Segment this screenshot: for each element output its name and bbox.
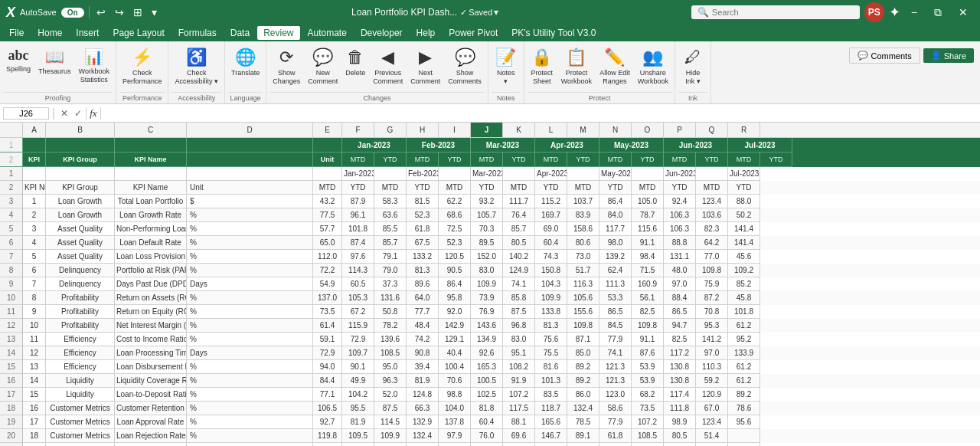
cell-2-6[interactable]: MTD <box>374 181 407 195</box>
cell-12-10[interactable]: 96.8 <box>503 319 535 333</box>
cell-7-1[interactable]: Asset Quality <box>46 250 115 264</box>
cell-20-8[interactable]: 97.9 <box>439 429 471 443</box>
cell-1-17[interactable]: Jul-2023 <box>728 167 760 181</box>
cell-9-0[interactable]: 7 <box>23 277 46 291</box>
cell-17-7[interactable]: 124.8 <box>407 388 439 402</box>
cell-1-4[interactable] <box>313 167 342 181</box>
cell-19-16[interactable]: 123.4 <box>696 415 728 429</box>
cell-20-11[interactable]: 146.7 <box>535 429 567 443</box>
cell-1-10[interactable] <box>503 167 535 181</box>
cell-13-2[interactable]: Cost to Income Ratio <box>115 333 187 346</box>
cell-12-6[interactable]: 78.2 <box>374 319 407 333</box>
cell-2c[interactable]: KPI Name <box>115 152 187 167</box>
cell-5-14[interactable]: 115.6 <box>632 222 664 236</box>
cell-16-9[interactable]: 100.5 <box>471 374 503 388</box>
cell-3-2[interactable]: Total Loan Portfolio <box>115 195 187 208</box>
menu-developer[interactable]: Developer <box>354 26 409 40</box>
col-header-h[interactable]: H <box>407 123 439 137</box>
cell-18-16[interactable]: 67.0 <box>696 402 728 415</box>
cell-17-14[interactable]: 68.2 <box>632 388 664 402</box>
cell-10-0[interactable]: 8 <box>23 291 46 305</box>
cell-9-15[interactable]: 97.0 <box>664 277 696 291</box>
cell-4-3[interactable]: % <box>187 208 313 222</box>
cell-1-13[interactable]: May-2023 <box>599 167 632 181</box>
cell-7-5[interactable]: 97.6 <box>342 250 374 264</box>
unshare-workbook-button[interactable]: 👥 UnshareWorkbook <box>635 44 671 87</box>
cell-18-1[interactable]: Customer Metrics <box>46 402 115 415</box>
cell-7-3[interactable]: % <box>187 250 313 264</box>
cell-20-9[interactable]: 76.0 <box>471 429 503 443</box>
cell-2j[interactable]: MTD <box>471 152 503 167</box>
cell-8-8[interactable]: 90.5 <box>439 264 471 277</box>
minimize-button[interactable]: − <box>905 5 923 20</box>
cell-14-16[interactable]: 97.0 <box>696 346 728 360</box>
cell-12-5[interactable]: 115.9 <box>342 319 374 333</box>
cell-21-13[interactable] <box>599 443 632 446</box>
cell-2-17[interactable]: YTD <box>728 181 760 195</box>
cell-6-3[interactable]: % <box>187 236 313 250</box>
cell-20-5[interactable]: 109.5 <box>342 429 374 443</box>
cell-17-8[interactable]: 98.8 <box>439 388 471 402</box>
cell-15-10[interactable]: 108.2 <box>503 360 535 374</box>
cell-9-12[interactable]: 116.3 <box>567 277 599 291</box>
col-header-o[interactable]: O <box>632 123 664 137</box>
cell-10-12[interactable]: 105.6 <box>567 291 599 305</box>
cell-11-9[interactable]: 76.9 <box>471 305 503 319</box>
cell-11-3[interactable]: % <box>187 305 313 319</box>
cell-2-2[interactable]: KPI Name <box>115 181 187 195</box>
cell-17-2[interactable]: Loan-to-Deposit Ratio (LDR) <box>115 388 187 402</box>
cell-15-4[interactable]: 94.0 <box>313 360 342 374</box>
check-performance-button[interactable]: ⚡ CheckPerformance <box>119 44 165 87</box>
cell-20-13[interactable]: 61.8 <box>599 429 632 443</box>
cell-4-4[interactable]: 77.5 <box>313 208 342 222</box>
delete-comment-button[interactable]: 🗑 Delete <box>342 44 368 78</box>
cell-21-14[interactable] <box>632 443 664 446</box>
cell-8-9[interactable]: 83.0 <box>471 264 503 277</box>
cell-18-7[interactable]: 66.3 <box>407 402 439 415</box>
cell-1-5[interactable]: Jan-2023 <box>342 167 374 181</box>
cell-5-12[interactable]: 158.6 <box>567 222 599 236</box>
col-header-p[interactable]: P <box>664 123 696 137</box>
cell-17-5[interactable]: 104.2 <box>342 388 374 402</box>
menu-help[interactable]: Help <box>410 26 442 40</box>
cell-5-1[interactable]: Asset Quality <box>46 222 115 236</box>
cell-6-15[interactable]: 88.8 <box>664 236 696 250</box>
cell-13-0[interactable]: 11 <box>23 333 46 346</box>
cell-7-0[interactable]: 5 <box>23 250 46 264</box>
cell-1-1[interactable] <box>46 167 115 181</box>
cell-11-1[interactable]: Profitability <box>46 305 115 319</box>
col-header-i[interactable]: I <box>439 123 471 137</box>
cell-17-17[interactable]: 89.2 <box>728 388 760 402</box>
cell-15-12[interactable]: 89.2 <box>567 360 599 374</box>
cell-11-17[interactable]: 101.8 <box>728 305 760 319</box>
cell-4-6[interactable]: 63.6 <box>374 208 407 222</box>
cell-19-9[interactable]: 60.4 <box>471 415 503 429</box>
cell-8-6[interactable]: 79.0 <box>374 264 407 277</box>
cell-16-5[interactable]: 49.9 <box>342 374 374 388</box>
cell-19-14[interactable]: 107.2 <box>632 415 664 429</box>
cell-5-10[interactable]: 85.7 <box>503 222 535 236</box>
cell-11-10[interactable]: 87.5 <box>503 305 535 319</box>
cell-8-12[interactable]: 51.7 <box>567 264 599 277</box>
cell-15-1[interactable]: Efficiency <box>46 360 115 374</box>
undo-button[interactable]: ↩ <box>94 5 108 20</box>
cell-17-6[interactable]: 52.0 <box>374 388 407 402</box>
cell-13-13[interactable]: 77.9 <box>599 333 632 346</box>
redo-button[interactable]: ↪ <box>113 5 126 20</box>
cell-12-16[interactable]: 95.3 <box>696 319 728 333</box>
cell-20-3[interactable]: % <box>187 429 313 443</box>
cell-8-16[interactable]: 109.8 <box>696 264 728 277</box>
cell-5-0[interactable]: 3 <box>23 222 46 236</box>
cell-11-6[interactable]: 50.8 <box>374 305 407 319</box>
cell-2-13[interactable]: YTD <box>599 181 632 195</box>
cell-20-14[interactable]: 108.5 <box>632 429 664 443</box>
cell-16-12[interactable]: 89.2 <box>567 374 599 388</box>
cell-11-14[interactable]: 82.5 <box>632 305 664 319</box>
cell-6-7[interactable]: 67.5 <box>407 236 439 250</box>
cell-19-11[interactable]: 165.6 <box>535 415 567 429</box>
cell-15-13[interactable]: 121.3 <box>599 360 632 374</box>
cell-19-10[interactable]: 88.1 <box>503 415 535 429</box>
cell-2-1[interactable]: KPI Group <box>46 181 115 195</box>
cell-15-11[interactable]: 81.6 <box>535 360 567 374</box>
cell-9-2[interactable]: Days Past Due (DPD) <box>115 277 187 291</box>
